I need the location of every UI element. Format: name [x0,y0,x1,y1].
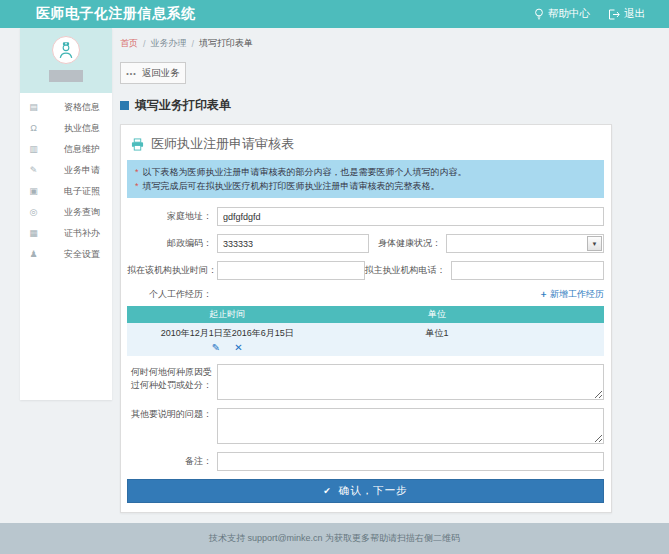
form-panel: 医师执业注册申请审核表 * 以下表格为医师执业注册申请审核表的部分内容，也是需要… [120,124,612,513]
sidebar-item-label: 证书补办 [64,227,100,240]
breadcrumb: 首页 / 业务办理 / 填写打印表单 [120,37,612,50]
app-title: 医师电子化注册信息系统 [36,5,196,23]
calendar-icon: ▦ [28,229,39,238]
doctor-icon [55,39,77,61]
help-bulb-icon [534,8,544,20]
page-footer: 技术支持 support@minke.cn 为获取更多帮助请扫描右侧二维码 [0,523,669,554]
asterisk-icon: * [135,179,139,193]
breadcrumb-home[interactable]: 首页 [120,37,138,50]
work-experience-table: 起止时间 单位 2010年12月1日至2016年6月15日 ✎ ✕ 单位1 [127,306,604,356]
notice-text: 填写完成后可在拟执业医疗机构打印医师执业注册申请审核表的完整表格。 [143,179,440,193]
plus-icon: ＋ [539,288,548,301]
sidebar-item-label: 业务查询 [64,206,100,219]
postal-health-row: 邮政编码： 身体健康状况： ▼ [127,234,604,253]
return-business-label: 返回业务 [142,67,180,80]
breadcrumb-section[interactable]: 业务办理 [151,37,187,50]
add-work-experience-link[interactable]: ＋ 新增工作经历 [539,288,604,301]
home-address-row: 家庭地址： [127,207,604,226]
health-status-label: 身体健康状况： [369,237,446,250]
sidebar-item-info-maintenance[interactable]: ▥ 信息维护 [20,139,112,160]
page-title: 填写业务打印表单 [120,97,612,114]
sidebar-item-qualification-info[interactable]: ▤ 资格信息 [20,97,112,118]
confirm-next-button[interactable]: ✔ 确认，下一步 [127,479,604,503]
help-center-link[interactable]: 帮助中心 [534,7,590,21]
app-header: 医师电子化注册信息系统 帮助中心 退出 [0,0,669,28]
ellipsis-icon: ••• [126,70,136,77]
practice-phone-row: 拟在该机构执业时间： 拟主执业机构电话： [127,261,604,280]
chevron-down-icon: ▼ [587,236,602,251]
edit-icon[interactable]: ✎ [212,342,220,353]
home-address-label: 家庭地址： [127,210,217,223]
panel-title: 医师执业注册申请审核表 [127,133,604,160]
breadcrumb-separator: / [192,39,195,49]
sidebar-item-label: 电子证照 [64,185,100,198]
sidebar-item-business-query[interactable]: ◎ 业务查询 [20,202,112,223]
footer-text: 技术支持 support@minke.cn 为获取更多帮助请扫描右侧二维码 [209,532,460,545]
punishment-row: 何时何地何种原因受过何种处罚或处分： [127,364,604,400]
remark-input[interactable] [217,452,604,471]
table-header-period: 起止时间 [127,308,327,321]
user-profile-block [20,28,112,93]
sidebar-item-business-application[interactable]: ✎ 业务申请 [20,160,112,181]
sidebar-item-label: 业务申请 [64,164,100,177]
document-icon: ▤ [28,103,39,112]
table-cell-period: 2010年12月1日至2016年6月15日 ✎ ✕ [127,327,327,353]
delete-icon[interactable]: ✕ [234,342,242,353]
sidebar-item-certificate-reissue[interactable]: ▦ 证书补办 [20,223,112,244]
sidebar-item-label: 执业信息 [64,122,100,135]
period-text: 2010年12月1日至2016年6月15日 [127,327,327,340]
avatar [52,36,80,64]
sidebar: ▤ 资格信息 Ω 执业信息 ▥ 信息维护 ✎ 业务申请 ▣ 电子证照 ◎ 业务查… [20,28,112,400]
sidebar-menu: ▤ 资格信息 Ω 执业信息 ▥ 信息维护 ✎ 业务申请 ▣ 电子证照 ◎ 业务查… [20,93,112,265]
table-cell-unit: 单位1 [327,327,546,353]
sidebar-item-label: 安全设置 [64,248,100,261]
other-issues-row: 其他要说明的问题： [127,408,604,444]
work-experience-label: 个人工作经历： [127,288,217,301]
practice-time-input[interactable] [217,261,365,280]
punishment-textarea[interactable] [217,364,604,400]
notice-line: * 以下表格为医师执业注册申请审核表的部分内容，也是需要医师个人填写的内容。 [135,165,596,179]
certificate-icon: ▣ [28,187,39,196]
postal-code-label: 邮政编码： [127,237,217,250]
sidebar-item-label: 信息维护 [64,143,100,156]
breadcrumb-current: 填写打印表单 [199,37,253,50]
remark-row: 备注： [127,452,604,471]
home-address-input[interactable] [217,207,604,226]
postal-code-input[interactable] [217,234,369,253]
practice-time-label: 拟在该机构执业时间： [127,264,217,277]
page-title-text: 填写业务打印表单 [135,97,231,114]
check-icon: ✔ [323,486,331,496]
confirm-next-label: 确认，下一步 [339,484,408,498]
asterisk-icon: * [135,165,139,179]
printer-icon [131,138,144,151]
id-card-icon: ▥ [28,145,39,154]
logout-icon [608,9,620,20]
header-actions: 帮助中心 退出 [534,7,645,21]
logout-link[interactable]: 退出 [608,7,645,21]
notice-box: * 以下表格为医师执业注册申请审核表的部分内容，也是需要医师个人填写的内容。 *… [127,160,604,198]
user-name-redacted [49,70,83,82]
panel-title-text: 医师执业注册申请审核表 [151,135,294,153]
user-icon: ♟ [28,250,39,259]
notice-text: 以下表格为医师执业注册申请审核表的部分内容，也是需要医师个人填写的内容。 [143,165,467,179]
org-phone-label: 拟主执业机构电话： [365,264,451,277]
health-status-select[interactable]: ▼ [446,234,604,253]
headset-icon: Ω [28,124,39,133]
sidebar-item-security-settings[interactable]: ♟ 安全设置 [20,244,112,265]
table-header-unit: 单位 [327,308,546,321]
work-experience-row: 个人工作经历： ＋ 新增工作经历 [127,288,604,301]
title-square-icon [120,101,129,110]
add-work-experience-label: 新增工作经历 [550,288,604,301]
return-business-button[interactable]: ••• 返回业务 [120,62,186,84]
other-issues-label: 其他要说明的问题： [127,408,217,421]
table-header-row: 起止时间 单位 [127,306,604,323]
sidebar-item-label: 资格信息 [64,101,100,114]
search-icon: ◎ [28,208,39,217]
notice-line: * 填写完成后可在拟执业医疗机构打印医师执业注册申请审核表的完整表格。 [135,179,596,193]
other-issues-textarea[interactable] [217,408,604,444]
sidebar-item-practice-info[interactable]: Ω 执业信息 [20,118,112,139]
sidebar-item-electronic-certificate[interactable]: ▣ 电子证照 [20,181,112,202]
remark-label: 备注： [127,455,217,468]
org-phone-input[interactable] [451,261,604,280]
help-center-label: 帮助中心 [548,7,590,21]
